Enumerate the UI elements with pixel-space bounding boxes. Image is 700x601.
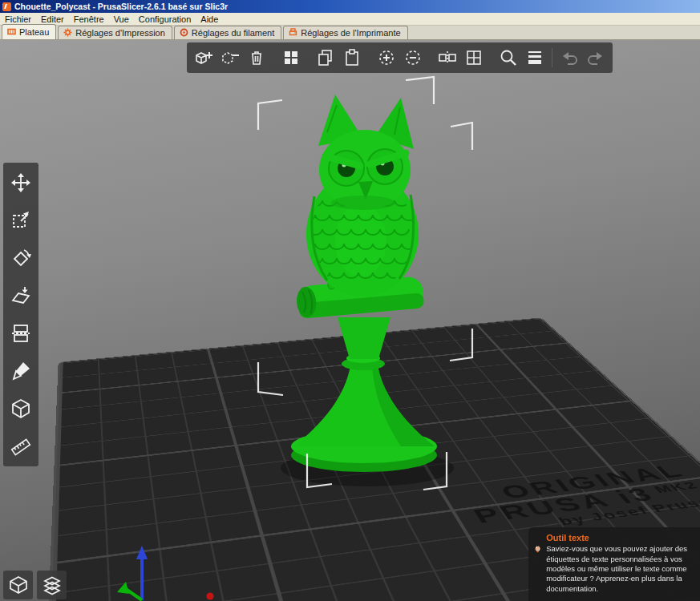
settings-tab-bar: Plateau Réglages d'Impression Réglages d… [0,26,700,40]
paste-button[interactable] [339,46,365,70]
place-on-face-tool-button[interactable] [5,279,37,313]
add-instance-icon [377,48,396,67]
prusa-hint-mascot-icon [535,533,540,565]
arrange-button[interactable] [278,46,304,70]
menu-bar: Fichier Editer Fenêtre Vue Configuration… [0,13,700,26]
viewport-canvas[interactable]: ORIGINAL PRUSA i3MK2 by Josef Prusa [0,40,700,601]
hint-body: Saviez-vous que vous pouvez ajouter des … [546,544,694,594]
menu-item-fenetre[interactable]: Fenêtre [69,14,109,24]
tab-label: Plateau [19,27,49,37]
filament-spool-icon [180,28,188,37]
add-model-button[interactable] [191,46,216,70]
paste-icon [342,48,362,67]
split-to-objects-icon [438,48,457,67]
object-toolbar [187,42,613,73]
add-instance-button[interactable] [374,46,399,70]
redo-icon [586,48,605,67]
menu-item-aide[interactable]: Aide [196,14,223,24]
menu-item-vue[interactable]: Vue [109,14,134,24]
search-button[interactable] [496,46,521,70]
copy-icon [316,48,335,67]
rotate-tool-button[interactable] [5,241,37,275]
manipulation-toolbar [3,163,38,466]
variable-layer-height-icon [525,48,544,67]
copy-button[interactable] [313,46,338,70]
tab-label: Réglages de l'Imprimante [301,28,400,38]
plate-icon [7,27,16,36]
measure-tool-button[interactable] [5,430,37,463]
hint-notification[interactable]: Outil texte Saviez-vous que vous pouvez … [528,527,700,601]
seam-tool-icon [10,398,31,419]
remove-instance-button[interactable] [400,46,426,70]
delete-model-button[interactable] [217,46,243,70]
variable-layer-height-button[interactable] [522,46,548,70]
search-icon [499,48,518,67]
seam-tool-button[interactable] [5,392,37,426]
menu-item-editer[interactable]: Editer [36,14,69,24]
menu-item-configuration[interactable]: Configuration [134,14,196,24]
layer-preview-icon [42,575,63,595]
menu-item-fichier[interactable]: Fichier [0,14,36,24]
split-to-parts-icon [464,48,484,67]
tab-reglages-imprimante[interactable]: Réglages de l'Imprimante [283,26,407,39]
scale-tool-icon [10,210,31,231]
tab-reglages-filament[interactable]: Réglages du filament [174,26,281,39]
cut-tool-icon [10,323,31,344]
add-model-icon [194,48,213,67]
delete-all-button[interactable] [244,46,269,70]
printer-icon [289,28,297,37]
paint-supports-tool-button[interactable] [5,354,37,388]
cut-tool-button[interactable] [5,317,37,350]
scale-tool-button[interactable] [5,204,37,237]
tab-label: Réglages d'Impression [75,28,165,38]
remove-instance-icon [403,48,423,67]
split-to-objects-button[interactable] [435,46,460,70]
prusaslicer-window: { "window": { "title": "Chouette_Polycas… [0,0,700,601]
bed-brand-mark: MK2 [651,479,700,495]
layer-preview-button[interactable] [37,571,67,599]
move-tool-icon [10,172,31,193]
tab-label: Réglages du filament [192,28,274,38]
delete-all-icon [247,48,266,67]
undo-icon [560,48,579,67]
app-icon [2,2,11,11]
paint-supports-tool-icon [10,361,31,381]
hint-text-block: Outil texte Saviez-vous que vous pouvez … [546,533,694,594]
isometric-view-icon [8,575,29,595]
measure-tool-icon [10,436,31,457]
isometric-view-button[interactable] [3,571,33,599]
undo-button[interactable] [556,46,582,70]
print-settings-gear-icon [63,28,72,37]
title-bar[interactable]: Chouette_Polycast - PrusaSlicer-2.6.1 ba… [0,0,700,13]
split-to-parts-button[interactable] [461,46,487,70]
window-title: Chouette_Polycast - PrusaSlicer-2.6.1 ba… [14,2,228,11]
redo-button[interactable] [583,46,609,70]
move-tool-button[interactable] [5,166,37,200]
hint-title: Outil texte [546,533,694,543]
arrange-icon [281,48,301,67]
tab-plateau[interactable]: Plateau [2,24,56,39]
toolbar-divider [552,48,552,67]
rotate-tool-icon [10,248,31,268]
place-on-face-tool-icon [10,285,31,306]
delete-model-icon [221,48,240,67]
tab-reglages-impression[interactable]: Réglages d'Impression [58,26,172,39]
view-mode-buttons [3,571,67,599]
